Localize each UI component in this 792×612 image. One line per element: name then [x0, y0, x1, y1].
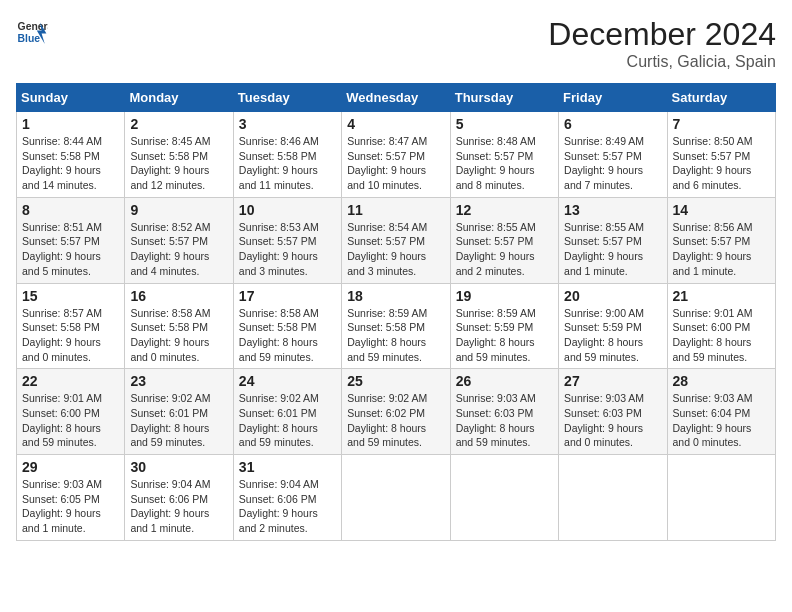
day-info: Sunrise: 8:54 AM Sunset: 5:57 PM Dayligh… [347, 220, 444, 279]
day-info: Sunrise: 9:04 AM Sunset: 6:06 PM Dayligh… [130, 477, 227, 536]
day-number: 10 [239, 202, 336, 218]
calendar-cell: 21Sunrise: 9:01 AM Sunset: 6:00 PM Dayli… [667, 283, 775, 369]
calendar-week-row: 22Sunrise: 9:01 AM Sunset: 6:00 PM Dayli… [17, 369, 776, 455]
calendar-cell [667, 455, 775, 541]
month-title: December 2024 [548, 16, 776, 53]
calendar-cell: 2Sunrise: 8:45 AM Sunset: 5:58 PM Daylig… [125, 112, 233, 198]
day-info: Sunrise: 9:01 AM Sunset: 6:00 PM Dayligh… [673, 306, 770, 365]
calendar-cell: 20Sunrise: 9:00 AM Sunset: 5:59 PM Dayli… [559, 283, 667, 369]
day-number: 6 [564, 116, 661, 132]
calendar-cell: 26Sunrise: 9:03 AM Sunset: 6:03 PM Dayli… [450, 369, 558, 455]
calendar-cell: 22Sunrise: 9:01 AM Sunset: 6:00 PM Dayli… [17, 369, 125, 455]
day-number: 13 [564, 202, 661, 218]
day-number: 22 [22, 373, 119, 389]
page-header: General Blue December 2024 Curtis, Galic… [16, 16, 776, 71]
day-number: 15 [22, 288, 119, 304]
day-number: 28 [673, 373, 770, 389]
logo-icon: General Blue [16, 16, 48, 48]
calendar-cell: 17Sunrise: 8:58 AM Sunset: 5:58 PM Dayli… [233, 283, 341, 369]
calendar-cell: 23Sunrise: 9:02 AM Sunset: 6:01 PM Dayli… [125, 369, 233, 455]
day-info: Sunrise: 8:45 AM Sunset: 5:58 PM Dayligh… [130, 134, 227, 193]
calendar-cell: 12Sunrise: 8:55 AM Sunset: 5:57 PM Dayli… [450, 197, 558, 283]
calendar-cell: 15Sunrise: 8:57 AM Sunset: 5:58 PM Dayli… [17, 283, 125, 369]
svg-text:Blue: Blue [18, 33, 41, 44]
day-info: Sunrise: 9:00 AM Sunset: 5:59 PM Dayligh… [564, 306, 661, 365]
day-info: Sunrise: 9:02 AM Sunset: 6:02 PM Dayligh… [347, 391, 444, 450]
calendar-cell: 24Sunrise: 9:02 AM Sunset: 6:01 PM Dayli… [233, 369, 341, 455]
day-number: 4 [347, 116, 444, 132]
calendar-cell: 27Sunrise: 9:03 AM Sunset: 6:03 PM Dayli… [559, 369, 667, 455]
weekday-header: Monday [125, 84, 233, 112]
day-number: 12 [456, 202, 553, 218]
day-info: Sunrise: 8:59 AM Sunset: 5:59 PM Dayligh… [456, 306, 553, 365]
day-number: 7 [673, 116, 770, 132]
day-info: Sunrise: 9:02 AM Sunset: 6:01 PM Dayligh… [239, 391, 336, 450]
weekday-header: Sunday [17, 84, 125, 112]
day-info: Sunrise: 8:53 AM Sunset: 5:57 PM Dayligh… [239, 220, 336, 279]
calendar-cell: 29Sunrise: 9:03 AM Sunset: 6:05 PM Dayli… [17, 455, 125, 541]
calendar-cell: 11Sunrise: 8:54 AM Sunset: 5:57 PM Dayli… [342, 197, 450, 283]
day-info: Sunrise: 8:59 AM Sunset: 5:58 PM Dayligh… [347, 306, 444, 365]
day-number: 20 [564, 288, 661, 304]
day-info: Sunrise: 9:04 AM Sunset: 6:06 PM Dayligh… [239, 477, 336, 536]
day-info: Sunrise: 8:46 AM Sunset: 5:58 PM Dayligh… [239, 134, 336, 193]
day-number: 23 [130, 373, 227, 389]
day-info: Sunrise: 9:03 AM Sunset: 6:05 PM Dayligh… [22, 477, 119, 536]
calendar-cell: 28Sunrise: 9:03 AM Sunset: 6:04 PM Dayli… [667, 369, 775, 455]
day-number: 3 [239, 116, 336, 132]
day-number: 21 [673, 288, 770, 304]
day-info: Sunrise: 8:55 AM Sunset: 5:57 PM Dayligh… [564, 220, 661, 279]
calendar-cell: 13Sunrise: 8:55 AM Sunset: 5:57 PM Dayli… [559, 197, 667, 283]
day-info: Sunrise: 8:49 AM Sunset: 5:57 PM Dayligh… [564, 134, 661, 193]
day-info: Sunrise: 8:44 AM Sunset: 5:58 PM Dayligh… [22, 134, 119, 193]
calendar-week-row: 1Sunrise: 8:44 AM Sunset: 5:58 PM Daylig… [17, 112, 776, 198]
weekday-header: Friday [559, 84, 667, 112]
day-info: Sunrise: 9:03 AM Sunset: 6:03 PM Dayligh… [564, 391, 661, 450]
calendar-cell: 3Sunrise: 8:46 AM Sunset: 5:58 PM Daylig… [233, 112, 341, 198]
calendar-cell [559, 455, 667, 541]
day-number: 27 [564, 373, 661, 389]
calendar-cell: 6Sunrise: 8:49 AM Sunset: 5:57 PM Daylig… [559, 112, 667, 198]
day-info: Sunrise: 8:52 AM Sunset: 5:57 PM Dayligh… [130, 220, 227, 279]
calendar-cell: 8Sunrise: 8:51 AM Sunset: 5:57 PM Daylig… [17, 197, 125, 283]
day-number: 17 [239, 288, 336, 304]
day-info: Sunrise: 8:51 AM Sunset: 5:57 PM Dayligh… [22, 220, 119, 279]
weekday-header: Thursday [450, 84, 558, 112]
day-number: 9 [130, 202, 227, 218]
day-number: 8 [22, 202, 119, 218]
day-info: Sunrise: 9:01 AM Sunset: 6:00 PM Dayligh… [22, 391, 119, 450]
day-info: Sunrise: 8:58 AM Sunset: 5:58 PM Dayligh… [239, 306, 336, 365]
title-block: December 2024 Curtis, Galicia, Spain [548, 16, 776, 71]
day-info: Sunrise: 9:02 AM Sunset: 6:01 PM Dayligh… [130, 391, 227, 450]
day-number: 16 [130, 288, 227, 304]
calendar-cell: 14Sunrise: 8:56 AM Sunset: 5:57 PM Dayli… [667, 197, 775, 283]
day-info: Sunrise: 9:03 AM Sunset: 6:04 PM Dayligh… [673, 391, 770, 450]
day-number: 30 [130, 459, 227, 475]
calendar-cell [342, 455, 450, 541]
calendar-cell: 7Sunrise: 8:50 AM Sunset: 5:57 PM Daylig… [667, 112, 775, 198]
day-number: 1 [22, 116, 119, 132]
calendar-cell: 5Sunrise: 8:48 AM Sunset: 5:57 PM Daylig… [450, 112, 558, 198]
weekday-header: Tuesday [233, 84, 341, 112]
day-number: 26 [456, 373, 553, 389]
day-number: 5 [456, 116, 553, 132]
day-number: 31 [239, 459, 336, 475]
day-info: Sunrise: 8:55 AM Sunset: 5:57 PM Dayligh… [456, 220, 553, 279]
calendar-cell: 16Sunrise: 8:58 AM Sunset: 5:58 PM Dayli… [125, 283, 233, 369]
calendar-cell: 10Sunrise: 8:53 AM Sunset: 5:57 PM Dayli… [233, 197, 341, 283]
day-info: Sunrise: 8:50 AM Sunset: 5:57 PM Dayligh… [673, 134, 770, 193]
calendar-cell: 31Sunrise: 9:04 AM Sunset: 6:06 PM Dayli… [233, 455, 341, 541]
day-info: Sunrise: 8:56 AM Sunset: 5:57 PM Dayligh… [673, 220, 770, 279]
day-number: 2 [130, 116, 227, 132]
day-info: Sunrise: 8:48 AM Sunset: 5:57 PM Dayligh… [456, 134, 553, 193]
calendar-week-row: 15Sunrise: 8:57 AM Sunset: 5:58 PM Dayli… [17, 283, 776, 369]
location: Curtis, Galicia, Spain [548, 53, 776, 71]
calendar-cell: 9Sunrise: 8:52 AM Sunset: 5:57 PM Daylig… [125, 197, 233, 283]
day-number: 18 [347, 288, 444, 304]
day-number: 19 [456, 288, 553, 304]
calendar-cell: 4Sunrise: 8:47 AM Sunset: 5:57 PM Daylig… [342, 112, 450, 198]
day-info: Sunrise: 8:57 AM Sunset: 5:58 PM Dayligh… [22, 306, 119, 365]
day-number: 29 [22, 459, 119, 475]
calendar-week-row: 29Sunrise: 9:03 AM Sunset: 6:05 PM Dayli… [17, 455, 776, 541]
weekday-header: Wednesday [342, 84, 450, 112]
